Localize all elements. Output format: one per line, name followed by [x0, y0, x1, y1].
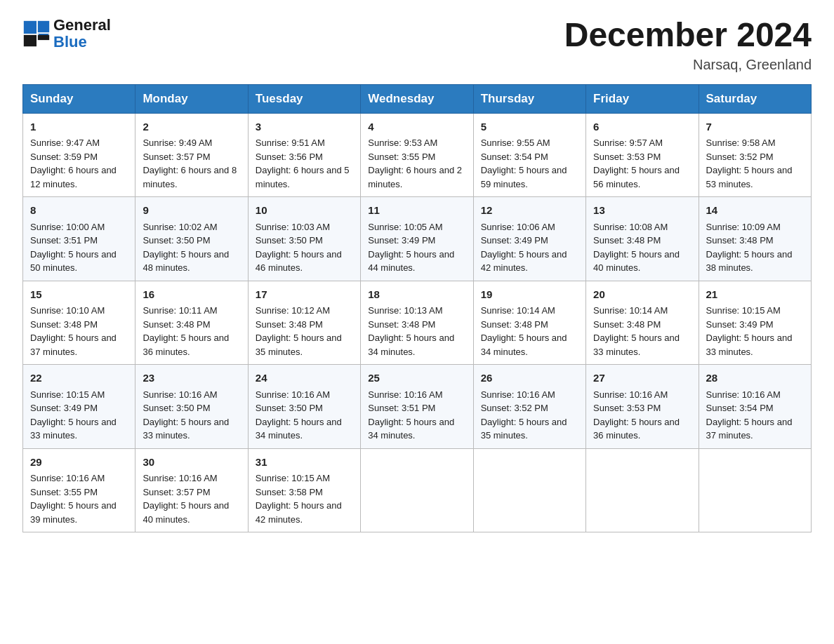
sunrise-info: Sunrise: 10:16 AMSunset: 3:50 PMDaylight… [143, 389, 229, 441]
day-number: 2 [143, 119, 240, 135]
sunrise-info: Sunrise: 10:02 AMSunset: 3:50 PMDaylight… [143, 222, 229, 274]
table-row: 21 Sunrise: 10:15 AMSunset: 3:49 PMDayli… [699, 281, 811, 365]
table-row: 30 Sunrise: 10:16 AMSunset: 3:57 PMDayli… [135, 448, 248, 532]
sunrise-info: Sunrise: 10:09 AMSunset: 3:48 PMDaylight… [706, 222, 793, 274]
day-number: 28 [706, 370, 804, 387]
svg-rect-0 [24, 21, 37, 34]
col-thursday: Thursday [473, 84, 585, 113]
week-row-5: 29 Sunrise: 10:16 AMSunset: 3:55 PMDayli… [23, 448, 812, 532]
table-row: 19 Sunrise: 10:14 AMSunset: 3:48 PMDayli… [473, 281, 585, 365]
title-block: December 2024 Narsaq, Greenland [564, 17, 812, 73]
day-number: 3 [256, 119, 353, 135]
week-row-1: 1 Sunrise: 9:47 AMSunset: 3:59 PMDayligh… [23, 113, 812, 197]
month-title: December 2024 [564, 17, 812, 54]
sunrise-info: Sunrise: 10:16 AMSunset: 3:54 PMDaylight… [706, 389, 793, 441]
sunrise-info: Sunrise: 9:58 AMSunset: 3:52 PMDaylight:… [706, 137, 793, 189]
calendar: Sunday Monday Tuesday Wednesday Thursday… [22, 84, 812, 533]
table-row: 9 Sunrise: 10:02 AMSunset: 3:50 PMDaylig… [135, 197, 248, 281]
sunrise-info: Sunrise: 10:11 AMSunset: 3:48 PMDaylight… [143, 305, 229, 357]
day-number: 24 [256, 370, 353, 387]
day-number: 20 [593, 287, 691, 303]
sunrise-info: Sunrise: 10:12 AMSunset: 3:48 PMDaylight… [256, 305, 342, 357]
table-row: 20 Sunrise: 10:14 AMSunset: 3:48 PMDayli… [586, 281, 699, 365]
table-row: 22 Sunrise: 10:15 AMSunset: 3:49 PMDayli… [23, 365, 135, 449]
day-number: 4 [368, 119, 465, 135]
week-row-4: 22 Sunrise: 10:15 AMSunset: 3:49 PMDayli… [23, 365, 812, 449]
table-row: 29 Sunrise: 10:16 AMSunset: 3:55 PMDayli… [23, 448, 135, 532]
table-row: 14 Sunrise: 10:09 AMSunset: 3:48 PMDayli… [699, 197, 811, 281]
sunrise-info: Sunrise: 10:08 AMSunset: 3:48 PMDaylight… [593, 222, 680, 274]
table-row: 18 Sunrise: 10:13 AMSunset: 3:48 PMDayli… [361, 281, 473, 365]
sunrise-info: Sunrise: 10:16 AMSunset: 3:53 PMDaylight… [593, 389, 680, 441]
calendar-header: Sunday Monday Tuesday Wednesday Thursday… [23, 84, 812, 113]
col-monday: Monday [135, 84, 248, 113]
day-number: 7 [706, 119, 804, 135]
sunrise-info: Sunrise: 9:53 AMSunset: 3:55 PMDaylight:… [368, 137, 462, 189]
col-wednesday: Wednesday [361, 84, 473, 113]
table-row: 3 Sunrise: 9:51 AMSunset: 3:56 PMDayligh… [248, 113, 360, 197]
days-of-week-row: Sunday Monday Tuesday Wednesday Thursday… [23, 84, 812, 113]
sunrise-info: Sunrise: 10:14 AMSunset: 3:48 PMDaylight… [481, 305, 567, 357]
sunrise-info: Sunrise: 10:16 AMSunset: 3:52 PMDaylight… [481, 389, 567, 441]
table-row: 8 Sunrise: 10:00 AMSunset: 3:51 PMDaylig… [23, 197, 135, 281]
day-number: 1 [30, 119, 128, 135]
table-row: 10 Sunrise: 10:03 AMSunset: 3:50 PMDayli… [248, 197, 360, 281]
day-number: 31 [256, 455, 353, 471]
sunrise-info: Sunrise: 9:47 AMSunset: 3:59 PMDaylight:… [30, 137, 117, 189]
table-row: 24 Sunrise: 10:16 AMSunset: 3:50 PMDayli… [248, 365, 360, 449]
day-number: 26 [481, 370, 578, 387]
sunrise-info: Sunrise: 10:14 AMSunset: 3:48 PMDaylight… [593, 305, 680, 357]
table-row: 7 Sunrise: 9:58 AMSunset: 3:52 PMDayligh… [699, 113, 811, 197]
day-number: 27 [593, 370, 691, 387]
sunrise-info: Sunrise: 10:03 AMSunset: 3:50 PMDaylight… [256, 222, 342, 274]
day-number: 18 [368, 287, 465, 303]
sunrise-info: Sunrise: 9:49 AMSunset: 3:57 PMDaylight:… [143, 137, 237, 189]
location: Narsaq, Greenland [564, 57, 812, 73]
sunrise-info: Sunrise: 10:10 AMSunset: 3:48 PMDaylight… [30, 305, 117, 357]
svg-rect-4 [38, 35, 49, 40]
table-row [699, 448, 811, 532]
header: General Blue December 2024 Narsaq, Green… [22, 17, 812, 73]
sunrise-info: Sunrise: 10:15 AMSunset: 3:49 PMDaylight… [706, 305, 793, 357]
table-row: 1 Sunrise: 9:47 AMSunset: 3:59 PMDayligh… [23, 113, 135, 197]
sunrise-info: Sunrise: 10:16 AMSunset: 3:55 PMDaylight… [30, 473, 117, 525]
day-number: 5 [481, 119, 578, 135]
table-row: 17 Sunrise: 10:12 AMSunset: 3:48 PMDayli… [248, 281, 360, 365]
sunrise-info: Sunrise: 10:15 AMSunset: 3:58 PMDaylight… [256, 473, 342, 525]
table-row: 27 Sunrise: 10:16 AMSunset: 3:53 PMDayli… [586, 365, 699, 449]
logo-line1: General [53, 17, 111, 34]
logo-line2: Blue [53, 33, 87, 51]
day-number: 6 [593, 119, 691, 135]
logo-icon [22, 20, 51, 48]
day-number: 8 [30, 203, 128, 219]
day-number: 30 [143, 455, 240, 471]
day-number: 12 [481, 203, 578, 219]
table-row: 15 Sunrise: 10:10 AMSunset: 3:48 PMDayli… [23, 281, 135, 365]
day-number: 15 [30, 287, 128, 303]
sunrise-info: Sunrise: 9:51 AMSunset: 3:56 PMDaylight:… [256, 137, 350, 189]
sunrise-info: Sunrise: 10:00 AMSunset: 3:51 PMDaylight… [30, 222, 117, 274]
table-row: 28 Sunrise: 10:16 AMSunset: 3:54 PMDayli… [699, 365, 811, 449]
col-saturday: Saturday [699, 84, 811, 113]
week-row-2: 8 Sunrise: 10:00 AMSunset: 3:51 PMDaylig… [23, 197, 812, 281]
sunrise-info: Sunrise: 10:15 AMSunset: 3:49 PMDaylight… [30, 389, 117, 441]
sunrise-info: Sunrise: 10:06 AMSunset: 3:49 PMDaylight… [481, 222, 567, 274]
table-row: 23 Sunrise: 10:16 AMSunset: 3:50 PMDayli… [135, 365, 248, 449]
week-row-3: 15 Sunrise: 10:10 AMSunset: 3:48 PMDayli… [23, 281, 812, 365]
day-number: 25 [368, 370, 465, 387]
day-number: 14 [706, 203, 804, 219]
day-number: 19 [481, 287, 578, 303]
sunrise-info: Sunrise: 10:13 AMSunset: 3:48 PMDaylight… [368, 305, 454, 357]
table-row: 16 Sunrise: 10:11 AMSunset: 3:48 PMDayli… [135, 281, 248, 365]
logo: General Blue [22, 17, 111, 51]
svg-rect-1 [38, 21, 49, 32]
col-tuesday: Tuesday [248, 84, 360, 113]
day-number: 16 [143, 287, 240, 303]
table-row: 26 Sunrise: 10:16 AMSunset: 3:52 PMDayli… [473, 365, 585, 449]
day-number: 29 [30, 455, 128, 471]
sunrise-info: Sunrise: 10:16 AMSunset: 3:57 PMDaylight… [143, 473, 229, 525]
table-row [473, 448, 585, 532]
table-row: 12 Sunrise: 10:06 AMSunset: 3:49 PMDayli… [473, 197, 585, 281]
day-number: 10 [256, 203, 353, 219]
logo-text: General Blue [53, 17, 111, 51]
